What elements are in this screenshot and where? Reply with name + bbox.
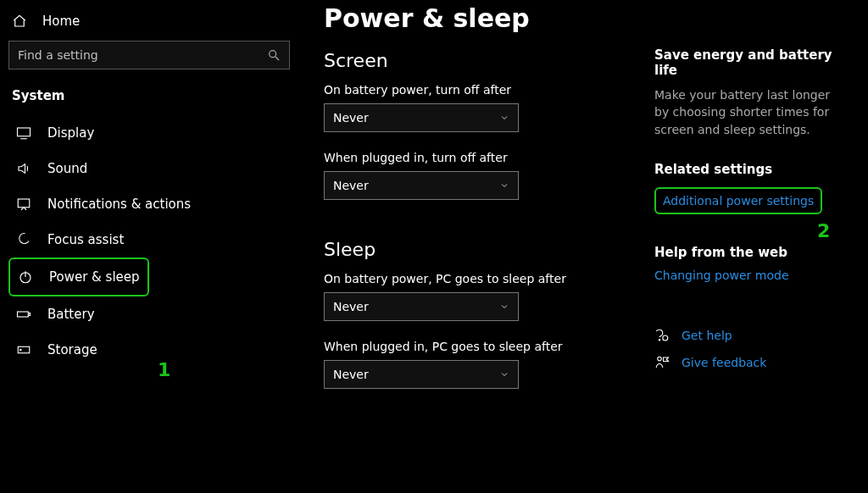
home-icon (12, 14, 27, 29)
chevron-down-icon (499, 302, 509, 312)
select-value: Never (333, 300, 369, 313)
sidebar-item-power-sleep[interactable]: Power & sleep (8, 258, 149, 296)
energy-description: Make your battery last longer by choosin… (654, 86, 848, 138)
link-label: Give feedback (682, 356, 766, 369)
page-title: Power & sleep (324, 3, 629, 33)
chevron-down-icon (499, 369, 509, 379)
sidebar-item-focus-assist[interactable]: Focus assist (8, 222, 290, 258)
sidebar-item-label: Power & sleep (49, 269, 140, 285)
sidebar-item-label: Storage (47, 342, 97, 357)
chevron-down-icon (499, 113, 509, 123)
sleep-battery-label: On battery power, PC goes to sleep after (324, 272, 629, 285)
screen-heading: Screen (324, 50, 629, 71)
main-panel: Power & sleep Screen On battery power, t… (298, 0, 654, 493)
give-feedback-link[interactable]: Give feedback (654, 355, 848, 370)
sidebar-item-label: Battery (47, 307, 95, 322)
annotation-marker-1: 1 (158, 359, 170, 380)
search-placeholder: Find a setting (18, 48, 98, 62)
screen-battery-label: On battery power, turn off after (324, 83, 629, 97)
svg-rect-7 (18, 312, 29, 317)
focus-assist-icon (15, 232, 32, 247)
select-value: Never (333, 111, 369, 125)
search-icon (267, 48, 281, 62)
svg-point-12 (663, 335, 668, 341)
display-icon (15, 125, 32, 141)
chevron-down-icon (499, 180, 509, 191)
link-label: Additional power settings (663, 194, 814, 208)
sidebar-item-label: Focus assist (47, 232, 124, 247)
sleep-plugged-label: When plugged in, PC goes to sleep after (324, 340, 629, 353)
energy-heading: Save energy and battery life (654, 47, 848, 78)
notifications-icon (15, 197, 32, 212)
sidebar-home[interactable]: Home (8, 8, 290, 41)
help-heading: Help from the web (654, 245, 848, 260)
screen-plugged-select[interactable]: Never (324, 171, 519, 200)
svg-point-13 (658, 357, 662, 361)
svg-line-1 (275, 57, 279, 60)
svg-point-0 (270, 51, 276, 58)
sidebar-item-battery[interactable]: Battery (8, 296, 290, 332)
sleep-battery-select[interactable]: Never (324, 292, 519, 321)
power-icon (17, 269, 34, 285)
help-icon (654, 328, 670, 343)
sleep-heading: Sleep (324, 239, 629, 260)
annotation-marker-2: 2 (817, 220, 830, 241)
right-panel: Save energy and battery life Make your b… (654, 0, 856, 493)
settings-sidebar: Home Find a setting System Display Sound… (0, 0, 298, 493)
sidebar-item-label: Display (47, 125, 94, 141)
sound-icon (15, 161, 32, 176)
select-value: Never (333, 179, 369, 192)
link-label: Get help (682, 329, 732, 342)
sidebar-group-title: System (8, 83, 290, 115)
svg-point-10 (20, 349, 22, 351)
changing-power-mode-link[interactable]: Changing power mode (654, 269, 789, 282)
related-heading: Related settings (654, 162, 848, 177)
battery-icon (15, 307, 32, 322)
sidebar-item-display[interactable]: Display (8, 115, 290, 151)
feedback-icon (654, 355, 670, 370)
sidebar-item-label: Sound (47, 161, 87, 176)
svg-point-11 (659, 339, 660, 341)
select-value: Never (333, 368, 369, 381)
storage-icon (15, 342, 32, 357)
svg-rect-4 (18, 199, 30, 208)
get-help-link[interactable]: Get help (654, 328, 848, 343)
settings-search[interactable]: Find a setting (8, 41, 290, 69)
svg-rect-2 (18, 128, 31, 136)
screen-plugged-label: When plugged in, turn off after (324, 151, 629, 164)
additional-power-settings-link[interactable]: Additional power settings (654, 187, 822, 214)
sidebar-item-label: Notifications & actions (47, 197, 191, 212)
sidebar-home-label: Home (42, 14, 80, 29)
sidebar-item-notifications[interactable]: Notifications & actions (8, 186, 290, 222)
svg-rect-8 (29, 313, 31, 316)
screen-battery-select[interactable]: Never (324, 103, 519, 132)
sleep-plugged-select[interactable]: Never (324, 360, 519, 389)
sidebar-item-sound[interactable]: Sound (8, 151, 290, 186)
sidebar-item-storage[interactable]: Storage (8, 332, 290, 368)
